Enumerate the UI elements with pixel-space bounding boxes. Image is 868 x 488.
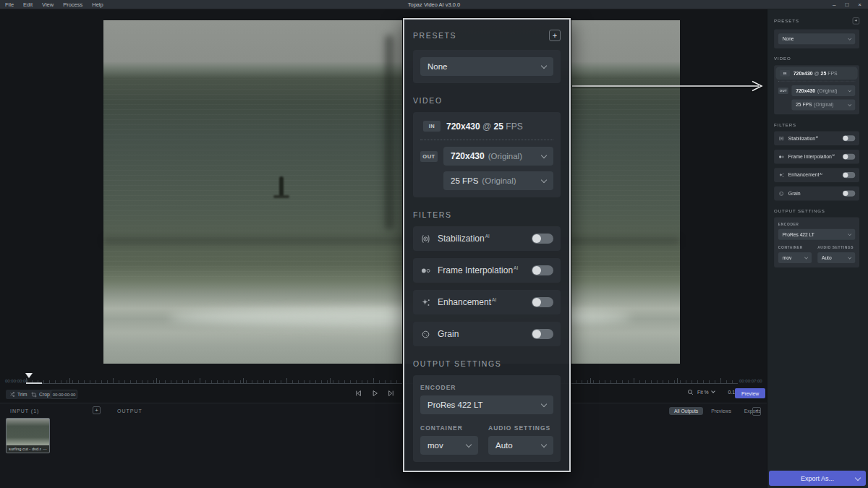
wave-shadow — [103, 237, 680, 244]
chevron-down-icon — [541, 401, 547, 406]
audio-settings-label: AUDIO SETTINGS — [488, 424, 553, 432]
encoder-select[interactable]: ProRes 422 LT — [778, 229, 855, 240]
presets-header: PRESETS + — [774, 17, 859, 24]
played-range — [26, 382, 42, 384]
settings-panel: PRESETS + None VIDEO IN 720x430 @ 25 — [403, 18, 571, 472]
input-clip-thumbnail[interactable]: surfing cut - dvd.mp4 ⋯ — [6, 418, 50, 453]
chevron-down-icon — [848, 232, 851, 236]
frame-interpolation-icon — [778, 153, 785, 160]
window-title: Topaz Video AI v3.0.0 — [0, 1, 868, 8]
magnifier-icon — [687, 389, 694, 395]
stabilization-toggle[interactable] — [532, 234, 553, 244]
enhancement-toggle[interactable] — [843, 172, 855, 178]
crop-button[interactable]: Crop — [27, 390, 54, 399]
video-header-label: VIDEO — [774, 56, 791, 61]
output-settings-header-label: OUTPUT SETTINGS — [774, 208, 825, 213]
distant-object — [385, 35, 393, 230]
timeline-ruler[interactable] — [26, 377, 738, 384]
step-forward-button[interactable] — [387, 389, 396, 398]
chevron-down-icon — [804, 255, 808, 259]
grain-toggle[interactable] — [843, 191, 855, 197]
presets-header-label: PRESETS — [774, 18, 799, 23]
add-preset-button[interactable]: + — [549, 30, 561, 41]
video-preview[interactable] — [103, 20, 680, 364]
in-badge: IN — [423, 121, 441, 132]
frame-interpolation-toggle[interactable] — [843, 154, 855, 160]
surfer-silhouette — [279, 176, 284, 197]
preset-value: None — [427, 62, 448, 71]
chevron-down-icon — [541, 441, 547, 447]
input-info-row: IN 720x430 @ 25 FPS — [420, 119, 553, 133]
add-input-button[interactable]: + — [93, 406, 101, 414]
play-button[interactable] — [370, 389, 379, 398]
clip-menu-button[interactable]: ⋯ — [43, 447, 47, 451]
frame-interpolation-toggle[interactable] — [532, 265, 553, 275]
video-group: IN 720x430 @ 25 FPS OUT 720x430 (Origina… — [774, 65, 859, 114]
output-settings-group: ENCODER ProRes 422 LT CONTAINER mov AUDI — [413, 375, 561, 462]
clip-name-bar: surfing cut - dvd.mp4 ⋯ — [7, 445, 49, 453]
video-group: IN 720x430 @ 25 FPS OUT 720x430 (Origina… — [413, 112, 561, 197]
encoder-label: ENCODER — [420, 384, 553, 391]
chevron-down-icon — [855, 475, 861, 481]
input-header: INPUT (1) — [10, 408, 39, 414]
container-label: CONTAINER — [420, 424, 478, 432]
window-controls: – □ × — [833, 1, 868, 8]
input-info-row: IN 720x430 @ 25 FPS — [778, 69, 855, 77]
chevron-down-icon — [541, 152, 547, 158]
grain-icon — [420, 328, 432, 340]
add-preset-button[interactable]: + — [853, 17, 859, 24]
preset-value: None — [783, 36, 794, 41]
export-as-button[interactable]: Export As... — [769, 471, 866, 486]
sidebar-settings-panel: PRESETS + None VIDEO IN 720x430 @ 25 — [768, 11, 865, 273]
output-resolution-row: OUT 720x430 (Original) — [420, 147, 553, 166]
enhancement-icon — [420, 296, 432, 308]
output-tabs: All Outputs Previews Exports — [669, 407, 766, 415]
audio-settings-select[interactable]: Auto — [817, 252, 855, 263]
minimize-button[interactable]: – — [833, 1, 835, 8]
presets-header-label: PRESETS — [413, 31, 456, 40]
filter-row-stabilization: StabilizationAI — [413, 226, 561, 251]
filter-row-frame-interpolation: Frame InterpolationAI — [413, 258, 561, 283]
tab-all-outputs[interactable]: All Outputs — [669, 407, 703, 415]
zoom-fit-select[interactable]: Fit % — [697, 390, 708, 395]
stabilization-toggle[interactable] — [843, 135, 855, 141]
filter-row-enhancement: EnhancementAI — [413, 290, 561, 314]
divider — [420, 140, 553, 140]
output-fps-select[interactable]: 25 FPS (Original) — [791, 100, 855, 111]
output-resolution-select[interactable]: 720x430 (Original) — [443, 147, 553, 166]
output-settings-header: OUTPUT SETTINGS — [413, 359, 561, 368]
output-resolution-select[interactable]: 720x430 (Original) — [791, 85, 855, 96]
preset-select[interactable]: None — [778, 33, 855, 44]
playhead[interactable] — [25, 373, 33, 382]
presets-group: None — [774, 29, 859, 48]
media-panel: INPUT (1) + OUTPUT surfing cut - dvd.mp4… — [0, 403, 767, 488]
grain-toggle[interactable] — [532, 329, 553, 339]
input-resolution: 720x430 @ 25 FPS — [446, 121, 523, 132]
collapse-panel-button[interactable]: ↑ — [752, 407, 761, 416]
audio-settings-select[interactable]: Auto — [488, 436, 553, 455]
output-fps-select[interactable]: 25 FPS (Original) — [443, 171, 553, 190]
step-back-button[interactable] — [354, 389, 362, 398]
preset-select[interactable]: None — [420, 57, 553, 76]
tab-previews[interactable]: Previews — [706, 407, 736, 415]
close-button[interactable]: × — [858, 1, 861, 8]
current-timecode-field[interactable]: 00:00:00:00 — [51, 390, 77, 399]
crop-icon — [31, 392, 37, 398]
grain-icon — [778, 190, 785, 197]
enhancement-toggle[interactable] — [532, 297, 553, 307]
maximize-button[interactable]: □ — [845, 1, 848, 8]
container-select[interactable]: mov — [420, 436, 478, 455]
ruler-baseline — [26, 383, 738, 384]
filter-row-enhancement: EnhancementAI — [774, 168, 859, 182]
encoder-label: ENCODER — [778, 222, 855, 226]
chevron-down-icon — [848, 255, 851, 259]
container-select[interactable]: mov — [778, 252, 812, 263]
encoder-select[interactable]: ProRes 422 LT — [420, 395, 553, 414]
filters-header: FILTERS — [413, 210, 561, 219]
video-header: VIDEO — [774, 56, 859, 61]
clip-name: surfing cut - dvd.mp4 — [9, 447, 41, 451]
preview-button[interactable]: Preview — [735, 388, 765, 398]
filters-header: FILTERS — [774, 122, 859, 127]
filters-header-label: FILTERS — [774, 122, 796, 127]
presets-header: PRESETS + — [413, 30, 561, 41]
